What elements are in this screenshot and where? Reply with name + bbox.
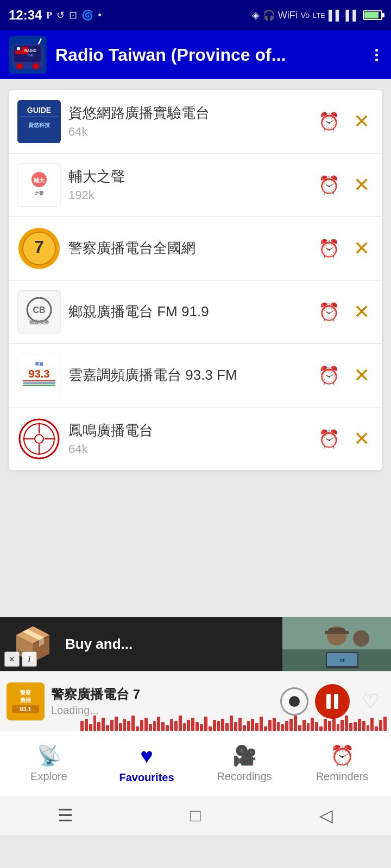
alarm-button-1[interactable]: ⏰ [317, 110, 341, 133]
station-info-6: 鳳鳴廣播電台64k [68, 422, 310, 456]
waveform-bar [307, 723, 310, 731]
record-button[interactable] [280, 687, 308, 716]
waveform-bar [85, 719, 88, 731]
waveform-bar [93, 716, 97, 731]
waveform-bar [358, 719, 361, 731]
station-actions-1: ⏰✕ [317, 110, 374, 133]
station-item[interactable]: CB 鄉親廣播 鄉親廣播電台 FM 91.9⏰✕ [9, 280, 382, 344]
alarm-button-5[interactable]: ⏰ [317, 363, 341, 387]
now-playing-logo[interactable]: 警察 廣播 93.1 [7, 682, 45, 720]
explore-icon: 📡 [37, 744, 61, 767]
waveform-bar [140, 720, 143, 731]
nav-item-favourites[interactable]: ♥ Favourites [98, 738, 195, 789]
waveform-bar [273, 718, 276, 731]
station-info-2: 輔大之聲192k [68, 168, 310, 202]
svg-text:93.3: 93.3 [29, 368, 50, 380]
svg-point-45 [353, 630, 369, 647]
station-name-6: 鳳鳴廣播電台 [68, 422, 310, 440]
pinterest-icon: 𝐏 [46, 10, 52, 21]
station-name-1: 資悠網路廣播實驗電台 [68, 104, 310, 123]
waveform-bar [264, 726, 267, 731]
ad-people-image: 📺 [282, 617, 391, 671]
waveform-bar [106, 725, 109, 731]
svg-text:93.1: 93.1 [20, 706, 31, 712]
alarm-button-6[interactable]: ⏰ [317, 427, 341, 451]
more-menu-button[interactable] [371, 44, 382, 66]
waveform-bar [251, 719, 254, 731]
android-nav: ☰ □ ◁ [0, 796, 391, 835]
main-content: GUIDE 資悠科技 資悠網路廣播實驗電台64k⏰✕ 輔大 之聲 輔大之聲192… [0, 79, 391, 476]
signal2-icon: ▌▌ [345, 10, 360, 21]
nav-item-reminders[interactable]: ⏰ Reminders [293, 739, 391, 788]
waveform-bar [332, 717, 336, 731]
close-icon: ✕ [354, 301, 370, 323]
svg-point-7 [16, 63, 23, 69]
empty-area [0, 476, 391, 617]
station-list: GUIDE 資悠科技 資悠網路廣播實驗電台64k⏰✕ 輔大 之聲 輔大之聲192… [9, 90, 382, 470]
alarm-icon: ⏰ [318, 302, 340, 322]
ad-close-button[interactable]: ✕ [4, 652, 20, 667]
app-header: RADIO TW Radio Taiwan (Province of... [0, 30, 391, 79]
svg-rect-12 [20, 116, 58, 117]
alarm-button-3[interactable]: ⏰ [317, 237, 341, 260]
waveform-bar [260, 717, 263, 731]
close-icon: ✕ [354, 427, 370, 450]
waveform-bar [324, 719, 327, 731]
ad-info-button[interactable]: i [22, 652, 37, 667]
pause-button[interactable] [315, 684, 350, 719]
station-actions-4: ⏰✕ [317, 300, 374, 324]
status-bar: 12:34 𝐏 ↺ ⊡ 🌀 • ◈ 🎧 WiFi Vo LTE ▌▌ ▌▌ [0, 0, 391, 30]
android-back-button[interactable]: ◁ [310, 805, 342, 826]
station-item[interactable]: 雲嘉 93.3 雲嘉調頻廣播電台 93.3 FM⏰✕ [9, 344, 382, 407]
remove-button-2[interactable]: ✕ [350, 173, 374, 197]
svg-text:雲嘉: 雲嘉 [35, 362, 43, 367]
svg-text:輔大: 輔大 [34, 177, 45, 183]
waveform-bar [153, 721, 156, 731]
svg-text:GUIDE: GUIDE [27, 106, 51, 114]
remove-button-4[interactable]: ✕ [350, 300, 374, 324]
waveform-bar [315, 722, 318, 731]
nav-item-recordings[interactable]: 🎥 Recordings [195, 739, 293, 788]
station-bitrate-1: 64k [68, 125, 310, 139]
station-item[interactable]: 鳳鳴廣播電台64k⏰✕ [9, 407, 382, 470]
app-title: Radio Taiwan (Province of... [55, 45, 362, 65]
svg-text:📺: 📺 [339, 657, 345, 662]
reminders-icon: ⏰ [330, 744, 355, 767]
waveform-bar [161, 722, 165, 731]
vo-icon: Vo [301, 11, 310, 20]
ad-text: Buy and... [65, 636, 282, 653]
np-waveform [76, 716, 391, 731]
station-info-5: 雲嘉調頻廣播電台 93.3 FM [68, 366, 310, 385]
svg-text:CB: CB [33, 305, 45, 315]
waveform-bar [110, 720, 113, 731]
station-item[interactable]: 7 警察廣播電台全國網⏰✕ [9, 217, 382, 280]
station-item[interactable]: GUIDE 資悠科技 資悠網路廣播實驗電台64k⏰✕ [9, 90, 382, 154]
favourite-button[interactable]: ♡ [356, 687, 384, 716]
waveform-bar [115, 717, 118, 731]
droplet-icon: ◈ [252, 9, 260, 21]
reminders-label: Reminders [316, 770, 369, 783]
svg-text:資悠科技: 資悠科技 [28, 122, 51, 128]
android-menu-button[interactable]: ☰ [49, 805, 81, 826]
favourites-label: Favourites [119, 771, 174, 784]
remove-button-1[interactable]: ✕ [350, 110, 374, 133]
station-name-2: 輔大之聲 [68, 168, 310, 186]
nav-item-explore[interactable]: 📡 Explore [0, 739, 98, 788]
remove-button-5[interactable]: ✕ [350, 363, 374, 387]
pause-bar-1 [326, 694, 331, 709]
alarm-button-2[interactable]: ⏰ [317, 173, 341, 197]
dot-icon: • [98, 10, 101, 21]
svg-point-4 [17, 47, 20, 50]
android-home-button[interactable]: □ [179, 806, 212, 826]
remove-button-6[interactable]: ✕ [350, 427, 374, 451]
waveform-bar [238, 718, 242, 731]
remove-button-3[interactable]: ✕ [350, 237, 374, 260]
alarm-button-4[interactable]: ⏰ [317, 300, 341, 324]
svg-text:RADIO: RADIO [24, 49, 37, 53]
station-item[interactable]: 輔大 之聲 輔大之聲192k⏰✕ [9, 154, 382, 217]
station-name-4: 鄉親廣播電台 FM 91.9 [68, 303, 310, 321]
station-bitrate-2: 192k [68, 188, 310, 202]
lte-icon: LTE [313, 11, 325, 20]
waveform-bar [328, 721, 331, 731]
station-actions-3: ⏰✕ [317, 237, 374, 260]
